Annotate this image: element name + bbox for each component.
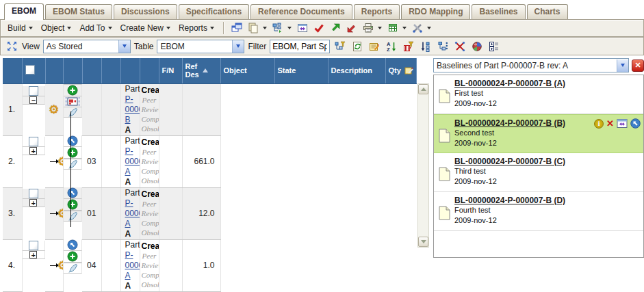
chart-pie-icon[interactable] bbox=[470, 40, 484, 53]
baseline-link[interactable]: BL-00000024-P-000007-B (D) bbox=[454, 196, 565, 205]
tab-baselines[interactable]: Baselines bbox=[472, 4, 525, 19]
demote-arrow-icon[interactable] bbox=[345, 21, 359, 35]
tab-specifications[interactable]: Specifications bbox=[179, 4, 249, 19]
info-icon[interactable]: i bbox=[594, 119, 604, 129]
list-item[interactable]: BL-00000024-P-000007-B (D) Fourth test 2… bbox=[434, 192, 643, 231]
tools-menu-caret[interactable] bbox=[427, 27, 431, 29]
row-checkbox[interactable] bbox=[29, 189, 38, 198]
expand-toggle-icon[interactable]: + bbox=[29, 147, 37, 155]
tab-discussions[interactable]: Discussions bbox=[114, 4, 177, 19]
tab-ebom[interactable]: EBOM bbox=[4, 3, 44, 20]
quill-edit-icon[interactable] bbox=[67, 263, 78, 273]
mass-edit-icon[interactable] bbox=[368, 40, 381, 53]
scroll-down-button[interactable] bbox=[418, 237, 428, 247]
ebom-grid-area: F/N Ref Des Object State Description Qty bbox=[3, 58, 428, 292]
add-icon[interactable] bbox=[67, 251, 78, 262]
add-icon[interactable] bbox=[67, 147, 78, 158]
goto-icon[interactable] bbox=[67, 135, 78, 146]
tab-reference-documents[interactable]: Reference Documents bbox=[250, 4, 352, 19]
export-table-icon[interactable] bbox=[386, 21, 400, 35]
refresh-icon[interactable] bbox=[350, 40, 364, 53]
quill-edit-icon[interactable] bbox=[67, 211, 78, 221]
compare-window-icon[interactable] bbox=[617, 118, 628, 129]
quill-edit-icon[interactable] bbox=[67, 107, 78, 117]
tab-ebom-status[interactable]: EBOM Status bbox=[45, 4, 112, 19]
print-menu-caret[interactable] bbox=[378, 27, 382, 29]
select-all-checkbox[interactable] bbox=[25, 65, 35, 75]
header-fn[interactable]: F/N bbox=[159, 58, 182, 83]
header-description[interactable]: Description bbox=[328, 58, 385, 83]
delete-icon[interactable]: ✕ bbox=[606, 119, 614, 128]
object-revision: A bbox=[125, 281, 131, 291]
tab-reports[interactable]: Reports bbox=[354, 4, 400, 19]
expand-all-icon[interactable] bbox=[487, 40, 501, 53]
header-state[interactable]: State bbox=[274, 58, 328, 83]
state-current[interactable]: Create bbox=[142, 85, 157, 95]
tab-rdo-mapping[interactable]: RDO Mapping bbox=[401, 4, 470, 19]
goto-icon[interactable] bbox=[67, 187, 78, 198]
baseline-link[interactable]: BL-00000024-P-000007-B (C) bbox=[454, 157, 565, 166]
add-icon[interactable] bbox=[67, 199, 78, 210]
sort-az-icon[interactable]: AZ bbox=[385, 40, 398, 53]
structure-navigation-icon[interactable] bbox=[271, 21, 285, 35]
structure-menu-caret[interactable] bbox=[287, 27, 292, 29]
state-current[interactable]: Create bbox=[142, 241, 157, 251]
copy-menu-caret[interactable] bbox=[263, 27, 267, 29]
goto-icon[interactable] bbox=[630, 118, 641, 129]
quill-edit-icon[interactable] bbox=[67, 159, 78, 169]
mass-edit-qty-icon[interactable] bbox=[404, 66, 413, 75]
row-checkbox[interactable] bbox=[29, 241, 38, 250]
tools-icon[interactable] bbox=[411, 21, 424, 35]
object-link[interactable]: P-000033-A bbox=[125, 250, 140, 280]
tree-levels-icon[interactable] bbox=[436, 40, 450, 53]
expand-toggle-icon[interactable]: + bbox=[29, 199, 37, 207]
remove-filter-icon[interactable] bbox=[402, 40, 415, 53]
header-ref-des[interactable]: Ref Des bbox=[182, 58, 220, 83]
tab-charts[interactable]: Charts bbox=[527, 4, 568, 19]
filter-input[interactable] bbox=[270, 40, 330, 53]
open-new-window-icon[interactable] bbox=[230, 21, 244, 35]
disconnect-icon[interactable] bbox=[453, 40, 467, 53]
menu-add-to[interactable]: Add To bbox=[77, 22, 114, 34]
maximize-icon[interactable] bbox=[5, 40, 18, 53]
export-menu-caret[interactable] bbox=[402, 27, 407, 29]
menu-reports[interactable]: Reports bbox=[176, 22, 217, 34]
baseline-link[interactable]: BL-00000024-P-000007-B (B) bbox=[454, 118, 565, 128]
baselines-select[interactable]: Baselines of Part P-000007-B rev: A bbox=[433, 58, 629, 72]
compare-window-icon[interactable] bbox=[296, 21, 309, 35]
approve-check-icon[interactable] bbox=[312, 21, 326, 35]
table-select[interactable]: EBOM bbox=[157, 40, 244, 53]
row-checkbox[interactable] bbox=[29, 86, 38, 96]
copy-icon[interactable] bbox=[246, 21, 260, 35]
vertical-scrollbar[interactable] bbox=[417, 83, 429, 248]
view-select[interactable]: As Stored bbox=[43, 40, 131, 53]
filter-tree-icon[interactable] bbox=[333, 40, 347, 53]
promote-arrow-icon[interactable] bbox=[329, 21, 342, 35]
goto-icon[interactable] bbox=[67, 239, 78, 250]
collapse-toggle-icon[interactable]: − bbox=[29, 96, 37, 104]
part-gear-icon[interactable]: ⚙ bbox=[49, 103, 59, 116]
list-item[interactable]: BL-00000024-P-000007-B (A) First test 20… bbox=[434, 75, 643, 114]
list-item-selected[interactable]: BL-00000024-P-000007-B (B) Second test 2… bbox=[434, 114, 643, 153]
add-icon[interactable] bbox=[67, 85, 78, 96]
object-link[interactable]: P-000007-B bbox=[125, 94, 140, 124]
related-object-icon[interactable] bbox=[66, 96, 79, 107]
list-item[interactable]: BL-00000024-P-000007-B (C) Third test 20… bbox=[434, 153, 643, 192]
scroll-up-button[interactable] bbox=[418, 84, 428, 94]
state-current[interactable]: Create bbox=[142, 189, 157, 199]
row-checkbox[interactable] bbox=[29, 137, 38, 146]
state-option: Obsolete bbox=[142, 176, 157, 185]
baseline-link[interactable]: BL-00000024-P-000007-B (A) bbox=[454, 79, 565, 88]
state-current[interactable]: Create bbox=[142, 137, 157, 147]
expand-toggle-icon[interactable]: + bbox=[29, 251, 37, 258]
menu-build[interactable]: Build bbox=[5, 22, 36, 34]
header-object[interactable]: Object bbox=[220, 58, 274, 83]
object-link[interactable]: P-000035-A bbox=[125, 198, 140, 228]
menu-create-new[interactable]: Create New bbox=[118, 22, 173, 34]
close-panel-button[interactable]: ✕ bbox=[632, 59, 644, 72]
menu-object[interactable]: Object bbox=[38, 22, 75, 34]
sort-tree-icon[interactable] bbox=[419, 40, 433, 53]
header-qty[interactable]: Qty bbox=[385, 58, 416, 83]
print-icon[interactable] bbox=[361, 21, 375, 35]
object-link[interactable]: P-000033-A bbox=[125, 146, 140, 176]
